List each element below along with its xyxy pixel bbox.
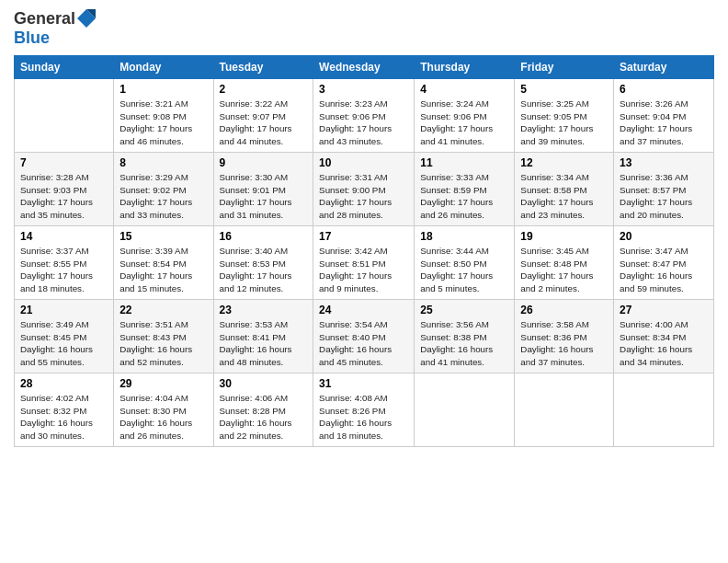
logo-icon (77, 9, 96, 28)
day-number: 3 (319, 83, 408, 96)
calendar-cell: 29Sunrise: 4:04 AM Sunset: 8:30 PM Dayli… (114, 373, 213, 446)
day-number: 9 (220, 156, 308, 169)
calendar-cell: 4Sunrise: 3:24 AM Sunset: 9:06 PM Daylig… (415, 78, 515, 152)
calendar-cell: 25Sunrise: 3:56 AM Sunset: 8:38 PM Dayli… (415, 299, 515, 373)
cell-daylight-info: Sunrise: 3:33 AM Sunset: 8:59 PM Dayligh… (420, 171, 508, 222)
calendar-cell: 18Sunrise: 3:44 AM Sunset: 8:50 PM Dayli… (415, 225, 515, 299)
calendar-header-row: SundayMondayTuesdayWednesdayThursdayFrid… (15, 55, 714, 78)
cell-daylight-info: Sunrise: 3:47 AM Sunset: 8:47 PM Dayligh… (620, 245, 708, 295)
day-number: 8 (119, 156, 207, 169)
calendar-cell: 6Sunrise: 3:26 AM Sunset: 9:04 PM Daylig… (614, 78, 714, 152)
cell-daylight-info: Sunrise: 4:06 AM Sunset: 8:28 PM Dayligh… (220, 392, 308, 442)
week-row-5: 28Sunrise: 4:02 AM Sunset: 8:32 PM Dayli… (15, 373, 714, 446)
day-number: 15 (119, 230, 207, 243)
cell-daylight-info: Sunrise: 3:25 AM Sunset: 9:05 PM Dayligh… (520, 98, 608, 148)
cell-daylight-info: Sunrise: 3:53 AM Sunset: 8:41 PM Dayligh… (220, 318, 308, 369)
calendar-cell: 3Sunrise: 3:23 AM Sunset: 9:06 PM Daylig… (313, 78, 415, 152)
header: General Blue (14, 9, 714, 48)
day-number: 22 (119, 304, 207, 316)
calendar-cell: 24Sunrise: 3:54 AM Sunset: 8:40 PM Dayli… (313, 299, 415, 373)
week-row-4: 21Sunrise: 3:49 AM Sunset: 8:45 PM Dayli… (15, 299, 714, 373)
cell-daylight-info: Sunrise: 3:54 AM Sunset: 8:40 PM Dayligh… (319, 318, 408, 369)
calendar-cell: 20Sunrise: 3:47 AM Sunset: 8:47 PM Dayli… (614, 225, 714, 299)
cell-daylight-info: Sunrise: 3:28 AM Sunset: 9:03 PM Dayligh… (20, 171, 108, 222)
logo: General Blue (14, 9, 96, 48)
day-number: 26 (520, 304, 608, 316)
day-number: 20 (620, 230, 708, 243)
calendar-cell: 28Sunrise: 4:02 AM Sunset: 8:32 PM Dayli… (15, 373, 114, 446)
column-header-wednesday: Wednesday (313, 55, 415, 78)
cell-daylight-info: Sunrise: 3:34 AM Sunset: 8:58 PM Dayligh… (520, 171, 608, 222)
day-number: 27 (620, 304, 708, 316)
day-number: 23 (220, 304, 308, 316)
cell-daylight-info: Sunrise: 3:22 AM Sunset: 9:07 PM Dayligh… (220, 98, 308, 148)
day-number: 17 (319, 230, 408, 243)
cell-daylight-info: Sunrise: 3:49 AM Sunset: 8:45 PM Dayligh… (20, 318, 108, 369)
calendar-cell (415, 373, 515, 446)
cell-daylight-info: Sunrise: 4:08 AM Sunset: 8:26 PM Dayligh… (319, 392, 408, 442)
calendar-cell: 27Sunrise: 4:00 AM Sunset: 8:34 PM Dayli… (614, 299, 714, 373)
calendar-cell: 23Sunrise: 3:53 AM Sunset: 8:41 PM Dayli… (213, 299, 313, 373)
calendar-cell: 30Sunrise: 4:06 AM Sunset: 8:28 PM Dayli… (213, 373, 313, 446)
day-number: 6 (620, 83, 708, 96)
calendar-cell: 12Sunrise: 3:34 AM Sunset: 8:58 PM Dayli… (515, 152, 614, 225)
cell-daylight-info: Sunrise: 4:04 AM Sunset: 8:30 PM Dayligh… (119, 392, 207, 442)
cell-daylight-info: Sunrise: 3:30 AM Sunset: 9:01 PM Dayligh… (220, 171, 308, 222)
calendar-cell: 22Sunrise: 3:51 AM Sunset: 8:43 PM Dayli… (114, 299, 213, 373)
column-header-friday: Friday (515, 55, 614, 78)
day-number: 5 (520, 83, 608, 96)
cell-daylight-info: Sunrise: 3:51 AM Sunset: 8:43 PM Dayligh… (119, 318, 207, 369)
cell-daylight-info: Sunrise: 3:37 AM Sunset: 8:55 PM Dayligh… (20, 245, 108, 295)
cell-daylight-info: Sunrise: 3:58 AM Sunset: 8:36 PM Dayligh… (520, 318, 608, 369)
calendar-cell (515, 373, 614, 446)
day-number: 7 (20, 156, 108, 169)
cell-daylight-info: Sunrise: 3:44 AM Sunset: 8:50 PM Dayligh… (420, 245, 508, 295)
cell-daylight-info: Sunrise: 3:24 AM Sunset: 9:06 PM Dayligh… (420, 98, 508, 148)
cell-daylight-info: Sunrise: 4:00 AM Sunset: 8:34 PM Dayligh… (620, 318, 708, 369)
calendar-cell: 14Sunrise: 3:37 AM Sunset: 8:55 PM Dayli… (15, 225, 114, 299)
calendar-cell: 5Sunrise: 3:25 AM Sunset: 9:05 PM Daylig… (515, 78, 614, 152)
day-number: 14 (20, 230, 108, 243)
column-header-saturday: Saturday (614, 55, 714, 78)
cell-daylight-info: Sunrise: 3:56 AM Sunset: 8:38 PM Dayligh… (420, 318, 508, 369)
calendar-cell: 21Sunrise: 3:49 AM Sunset: 8:45 PM Dayli… (15, 299, 114, 373)
day-number: 29 (119, 377, 207, 390)
calendar-cell: 17Sunrise: 3:42 AM Sunset: 8:51 PM Dayli… (313, 225, 415, 299)
cell-daylight-info: Sunrise: 3:40 AM Sunset: 8:53 PM Dayligh… (220, 245, 308, 295)
day-number: 31 (319, 377, 408, 390)
day-number: 28 (20, 377, 108, 390)
calendar-cell: 15Sunrise: 3:39 AM Sunset: 8:54 PM Dayli… (114, 225, 213, 299)
day-number: 13 (620, 156, 708, 169)
day-number: 19 (520, 230, 608, 243)
calendar-cell: 31Sunrise: 4:08 AM Sunset: 8:26 PM Dayli… (313, 373, 415, 446)
logo-blue-text: Blue (14, 29, 50, 47)
calendar-cell: 8Sunrise: 3:29 AM Sunset: 9:02 PM Daylig… (114, 152, 213, 225)
week-row-2: 7Sunrise: 3:28 AM Sunset: 9:03 PM Daylig… (15, 152, 714, 225)
day-number: 10 (319, 156, 408, 169)
cell-daylight-info: Sunrise: 3:21 AM Sunset: 9:08 PM Dayligh… (119, 98, 207, 148)
calendar-table: SundayMondayTuesdayWednesdayThursdayFrid… (14, 55, 714, 447)
logo-general-text: General (14, 9, 75, 28)
cell-daylight-info: Sunrise: 3:26 AM Sunset: 9:04 PM Dayligh… (620, 98, 708, 148)
cell-daylight-info: Sunrise: 3:36 AM Sunset: 8:57 PM Dayligh… (620, 171, 708, 222)
column-header-sunday: Sunday (15, 55, 114, 78)
week-row-1: 1Sunrise: 3:21 AM Sunset: 9:08 PM Daylig… (15, 78, 714, 152)
calendar-cell: 16Sunrise: 3:40 AM Sunset: 8:53 PM Dayli… (213, 225, 313, 299)
day-number: 4 (420, 83, 508, 96)
day-number: 21 (20, 304, 108, 316)
day-number: 25 (420, 304, 508, 316)
day-number: 2 (220, 83, 308, 96)
calendar-cell (614, 373, 714, 446)
day-number: 18 (420, 230, 508, 243)
column-header-tuesday: Tuesday (213, 55, 313, 78)
calendar-cell: 26Sunrise: 3:58 AM Sunset: 8:36 PM Dayli… (515, 299, 614, 373)
calendar-cell (15, 78, 114, 152)
cell-daylight-info: Sunrise: 3:39 AM Sunset: 8:54 PM Dayligh… (119, 245, 207, 295)
cell-daylight-info: Sunrise: 3:23 AM Sunset: 9:06 PM Dayligh… (319, 98, 408, 148)
calendar-cell: 13Sunrise: 3:36 AM Sunset: 8:57 PM Dayli… (614, 152, 714, 225)
calendar-cell: 9Sunrise: 3:30 AM Sunset: 9:01 PM Daylig… (213, 152, 313, 225)
calendar-cell: 1Sunrise: 3:21 AM Sunset: 9:08 PM Daylig… (114, 78, 213, 152)
page-container: General Blue SundayMondayTuesdayWednesda… (0, 0, 728, 456)
day-number: 1 (119, 83, 207, 96)
calendar-cell: 10Sunrise: 3:31 AM Sunset: 9:00 PM Dayli… (313, 152, 415, 225)
